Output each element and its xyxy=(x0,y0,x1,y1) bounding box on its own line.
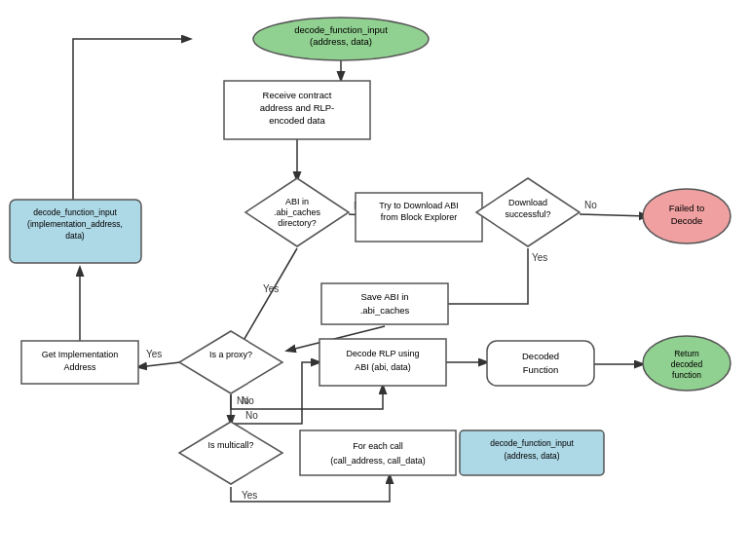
svg-text:Yes: Yes xyxy=(146,349,162,359)
save-abi-label: Save ABI in xyxy=(360,291,408,302)
svg-line-5 xyxy=(580,214,648,216)
svg-text:from Block Explorer: from Block Explorer xyxy=(381,212,458,222)
flowchart-canvas: No No Yes Yes Yes No No Yes decode_funct… xyxy=(0,0,750,560)
svg-text:directory?: directory? xyxy=(278,218,317,228)
svg-text:decoded: decoded xyxy=(671,359,703,369)
svg-text:(address, data): (address, data) xyxy=(310,36,372,47)
svg-text:Yes: Yes xyxy=(242,490,257,501)
svg-rect-35 xyxy=(321,283,448,324)
decode-rlp-label: Decode RLP using xyxy=(347,349,420,358)
decode-fn-input-label: decode_function_input xyxy=(490,438,574,448)
svg-text:address and RLP-: address and RLP- xyxy=(260,102,335,113)
decoded-fn-label: Decoded xyxy=(522,351,559,361)
svg-text:(implementation_address,: (implementation_address, xyxy=(27,219,123,229)
svg-marker-37 xyxy=(179,331,282,393)
svg-text:Address: Address xyxy=(63,362,96,372)
svg-text:No: No xyxy=(584,200,597,210)
abi-diamond-label: ABI in xyxy=(285,197,309,206)
failed-oval-label: Failed to xyxy=(669,203,704,213)
svg-text:(address, data): (address, data) xyxy=(504,451,559,461)
svg-text:No: No xyxy=(245,410,258,421)
multicall-diamond-label: Is multicall? xyxy=(207,440,253,450)
svg-text:data): data) xyxy=(65,231,85,241)
svg-rect-51 xyxy=(300,430,456,475)
svg-text:.abi_caches: .abi_caches xyxy=(360,305,410,316)
proxy-diamond-label: Is a proxy? xyxy=(209,350,252,359)
impl-input-label: decode_function_input xyxy=(33,207,117,217)
svg-rect-45 xyxy=(487,341,594,386)
download-diamond-label: Download xyxy=(508,198,547,207)
svg-line-11 xyxy=(138,362,180,367)
svg-text:Function: Function xyxy=(523,364,558,375)
svg-text:encoded data: encoded data xyxy=(269,115,325,126)
svg-text:.abi_caches: .abi_caches xyxy=(274,207,321,217)
try-download-label: Try to Download ABI xyxy=(379,201,459,210)
svg-text:No: No xyxy=(237,395,249,406)
svg-marker-50 xyxy=(179,422,282,484)
foreach-label: For each call xyxy=(353,441,403,451)
start-oval-label: decode_function_input xyxy=(294,24,388,35)
receive-box-label: Receive contract xyxy=(263,90,332,100)
return-oval-label: Return xyxy=(674,349,699,358)
svg-text:Yes: Yes xyxy=(532,252,547,263)
svg-text:ABI (abi, data): ABI (abi, data) xyxy=(355,362,411,372)
svg-text:Decode: Decode xyxy=(671,215,703,226)
svg-text:(call_address, call_data): (call_address, call_data) xyxy=(330,456,426,466)
flowchart-svg: No No Yes Yes Yes No No Yes decode_funct… xyxy=(0,0,750,560)
svg-text:Yes: Yes xyxy=(263,283,279,294)
svg-text:successful?: successful? xyxy=(505,209,550,219)
svg-text:function: function xyxy=(672,370,701,380)
get-impl-label: Get Implementation xyxy=(42,350,119,359)
